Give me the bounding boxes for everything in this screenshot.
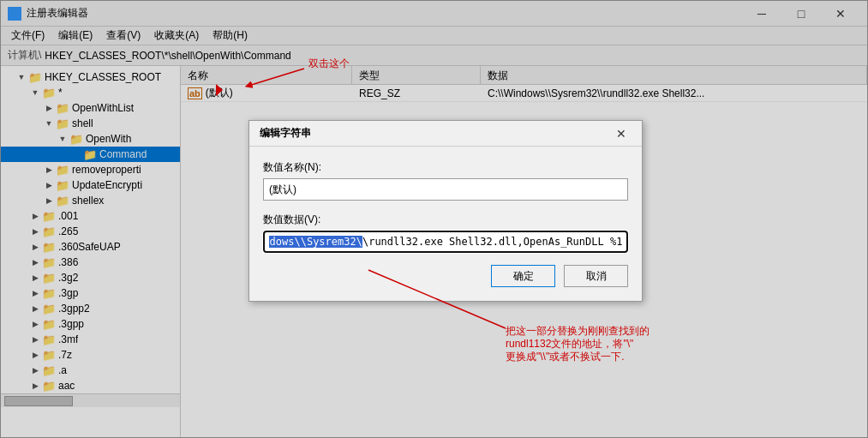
data-label: 数值数据(V): xyxy=(263,213,628,227)
name-label: 数值名称(N): xyxy=(263,160,628,175)
dialog-buttons: 确定 取消 xyxy=(263,265,628,287)
name-field: 数值名称(N): xyxy=(263,160,628,201)
dialog-body: 数值名称(N): 数值数据(V): 确定 取消 xyxy=(249,147,642,301)
dialog-title-bar: 编辑字符串 ✕ xyxy=(249,121,642,147)
ok-button[interactable]: 确定 xyxy=(491,265,555,287)
name-input[interactable] xyxy=(263,178,628,201)
cancel-button[interactable]: 取消 xyxy=(564,265,628,287)
dialog-title: 编辑字符串 xyxy=(260,126,611,141)
edit-string-dialog: 编辑字符串 ✕ 数值名称(N): 数值数据(V): 确定 取消 xyxy=(248,120,643,302)
dialog-close-button[interactable]: ✕ xyxy=(611,123,632,144)
data-field: 数值数据(V): xyxy=(263,213,628,253)
data-input[interactable] xyxy=(263,231,628,253)
